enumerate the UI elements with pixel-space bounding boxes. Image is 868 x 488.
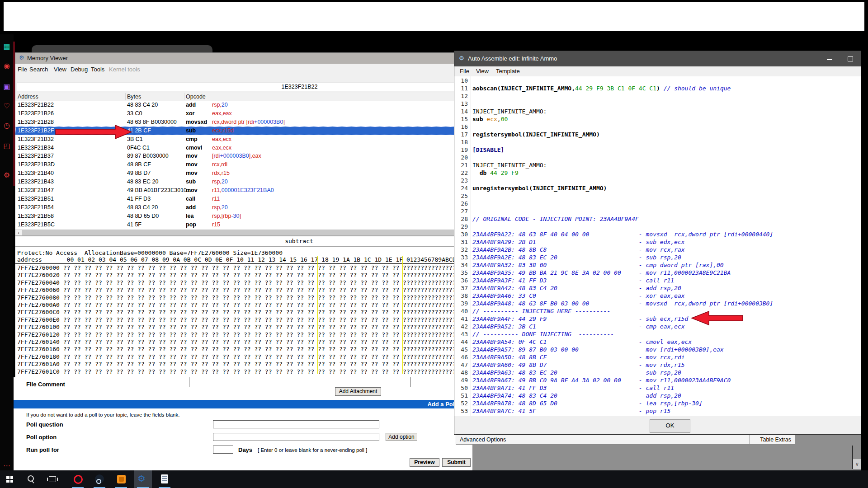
hex-row[interactable]: 7FF7E2760100 ?? ?? ?? ?? ?? ?? ?? ?? ?? … xyxy=(17,324,516,331)
col-opcode: Opcode xyxy=(186,94,206,100)
aa-line-number: 44 xyxy=(455,338,468,346)
aa-code-line: 23AA4BF9A67: 49 BB C0 9A BF A4 3A 02 00 … xyxy=(472,376,731,384)
record-icon[interactable]: ◉ xyxy=(0,61,14,71)
heart-icon[interactable]: ♡ xyxy=(0,101,14,111)
aa-code-line: 23AA4BF9A35: 49 BB BA 21 9C 8E 3A 02 00 … xyxy=(472,269,731,277)
windows-logo-icon xyxy=(6,476,13,483)
hex-row[interactable]: 7FF7E2760060 ?? ?? ?? ?? ?? ?? ?? ?? ?? … xyxy=(17,286,516,294)
hex-row[interactable]: 7FF7E2760080 ?? ?? ?? ?? ?? ?? ?? ?? ?? … xyxy=(17,294,516,301)
menu-item-template[interactable]: Template xyxy=(496,68,520,75)
hex-row[interactable]: 7FF7E27600E0 ?? ?? ?? ?? ?? ?? ?? ?? ?? … xyxy=(17,316,516,324)
aa-line-number: 35 xyxy=(455,269,468,277)
submit-button[interactable]: Submit xyxy=(442,458,471,467)
script-editor[interactable]: 1011121314151617181920212223242526272829… xyxy=(454,76,861,416)
taskbar-app-orange[interactable] xyxy=(112,470,130,488)
add-attachment-button[interactable]: Add Attachment xyxy=(335,387,381,396)
aa-line-number: 36 xyxy=(455,277,468,284)
aa-code-line: 23AA4BF9A57: 89 87 B0 03 00 00 - mov [rd… xyxy=(472,346,724,353)
menu-item-file[interactable]: File xyxy=(460,68,469,75)
hex-row[interactable]: 7FF7E2760140 ?? ?? ?? ?? ?? ?? ?? ?? ?? … xyxy=(17,338,516,346)
notepad-icon xyxy=(161,474,168,483)
menu-item-search[interactable]: Search xyxy=(29,66,48,73)
maximize-button[interactable] xyxy=(840,51,860,66)
aa-line-number: 53 xyxy=(455,407,468,415)
poll-question-label: Poll question xyxy=(26,421,63,428)
box-icon[interactable]: ◰ xyxy=(0,141,14,151)
menu-item-kernel-tools[interactable]: Kernel tools xyxy=(109,66,140,73)
run-poll-days-input[interactable] xyxy=(213,446,233,454)
aa-code-line: 23AA4BF9A5D: 48 8B CF - mov rcx,rdi xyxy=(472,353,685,361)
aa-line-number: 14 xyxy=(455,108,468,115)
steam-icon xyxy=(95,474,104,483)
days-hint-text: [ Enter 0 or leave blank for a never-end… xyxy=(258,447,367,453)
grid-icon[interactable]: ▦ xyxy=(0,42,14,52)
aa-line-number: 12 xyxy=(455,92,468,100)
hex-row[interactable]: 7FF7E2760000 ?? ?? ?? ?? ?? ?? ?? ?? ?? … xyxy=(17,264,516,272)
hex-row[interactable]: 7FF7E27600A0 ?? ?? ?? ?? ?? ?? ?? ?? ?? … xyxy=(17,301,516,309)
taskbar-app-opera[interactable] xyxy=(69,470,87,488)
menu-item-view[interactable]: View xyxy=(476,68,489,75)
aa-code-line: aobscan(INJECT_INFINITE_AMMO,44 29 F9 3B… xyxy=(472,84,731,92)
hex-row[interactable]: 7FF7E2760180 ?? ?? ?? ?? ?? ?? ?? ?? ?? … xyxy=(17,353,516,361)
aa-code-line: 23AA4BF9A4F: 44 29 F9 - sub ecx,r15d xyxy=(472,315,688,323)
aa-line-number: 43 xyxy=(455,330,468,338)
taskbar-app-notepad[interactable] xyxy=(156,470,174,488)
gear-icon[interactable]: ⚙ xyxy=(0,170,14,180)
menu-item-debug[interactable]: Debug xyxy=(71,66,88,73)
start-button[interactable] xyxy=(1,470,19,488)
poll-question-input[interactable] xyxy=(213,420,379,428)
aa-code-line: unregistersymbol(INJECT_INFINITE_AMMO) xyxy=(472,184,607,192)
advanced-options-panel[interactable]: Advanced Options xyxy=(460,436,506,443)
task-view-button[interactable] xyxy=(43,470,61,488)
more-icon[interactable]: ⋯ xyxy=(0,461,14,471)
window-title: Auto Assemble edit: Infinite Ammo xyxy=(468,55,557,62)
hex-row[interactable]: 7FF7E2760020 ?? ?? ?? ?? ?? ?? ?? ?? ?? … xyxy=(17,272,516,279)
aa-code-line: INJECT_INFINITE_AMMO: xyxy=(472,161,547,169)
taskbar-app-steam[interactable] xyxy=(90,470,108,488)
aa-code-line: 23AA4BF9A74: 48 83 C4 20 - add rsp,20 xyxy=(472,392,681,399)
menu-item-view[interactable]: View xyxy=(54,66,66,73)
table-extras-panel[interactable]: Table Extras xyxy=(760,436,791,443)
aa-code-line: 23AA4BF9A46: 33 C0 - xor eax,eax xyxy=(472,292,685,300)
col-bytes: Bytes xyxy=(127,94,141,100)
task-view-icon xyxy=(49,476,56,482)
scroll-down-icon[interactable]: ∨ xyxy=(853,459,861,469)
column-divider xyxy=(184,93,184,100)
search-button[interactable] xyxy=(22,470,40,488)
hex-row[interactable]: 7FF7E27600C0 ?? ?? ?? ?? ?? ?? ?? ?? ?? … xyxy=(17,309,516,316)
col-address: Address xyxy=(18,94,38,100)
aa-code-line: 23AA4BF9A54: 0F 4C C1 - cmovl eax,ecx xyxy=(472,338,692,346)
hex-row[interactable]: 7FF7E27601C0 ?? ?? ?? ?? ?? ?? ?? ?? ?? … xyxy=(17,368,516,375)
aa-line-number: 18 xyxy=(455,138,468,146)
scrollbar-thumb[interactable] xyxy=(22,230,525,235)
aa-code-line: 23AA4BF9A78: 48 8D 65 D0 - lea rsp,[rbp-… xyxy=(472,399,703,407)
poll-option-input[interactable] xyxy=(213,433,379,441)
hex-group-separator xyxy=(148,256,148,374)
chat-icon[interactable]: ▣ xyxy=(0,82,14,92)
scroll-left-arrow-icon[interactable]: ‹ xyxy=(15,230,22,236)
add-option-button[interactable]: Add option xyxy=(386,433,417,441)
aa-code-line: 23AA4BF9A2B: 48 8B C8 - mov rcx,rax xyxy=(472,246,685,253)
ok-button[interactable]: OK xyxy=(650,419,690,433)
clock-icon[interactable]: ◷ xyxy=(0,121,14,131)
hex-group-separator xyxy=(317,256,318,374)
auto-assemble-titlebar[interactable]: ⚙ Auto Assemble edit: Infinite Ammo xyxy=(454,51,861,66)
hex-row[interactable]: 7FF7E2760040 ?? ?? ?? ?? ?? ?? ?? ?? ?? … xyxy=(17,279,516,286)
taskbar-app-cheat-engine[interactable]: ⚙ xyxy=(134,470,152,488)
run-poll-for-label: Run poll for xyxy=(26,446,59,453)
window-frame-line xyxy=(852,446,853,469)
aa-line-number: 40 xyxy=(455,307,468,315)
top-banner xyxy=(4,2,864,31)
aa-line-number: 51 xyxy=(455,392,468,399)
hex-row[interactable]: 7FF7E2760120 ?? ?? ?? ?? ?? ?? ?? ?? ?? … xyxy=(17,331,516,338)
aa-line-number: 28 xyxy=(455,215,468,223)
hex-row[interactable]: 7FF7E2760160 ?? ?? ?? ?? ?? ?? ?? ?? ?? … xyxy=(17,346,516,353)
hex-group-separator xyxy=(402,256,403,374)
menu-item-tools[interactable]: Tools xyxy=(91,66,104,73)
hex-row[interactable]: 7FF7E27601A0 ?? ?? ?? ?? ?? ?? ?? ?? ?? … xyxy=(17,361,516,368)
aa-line-number: 25 xyxy=(455,192,468,200)
preview-button[interactable]: Preview xyxy=(410,458,439,467)
hex-column-header: address 00 01 02 03 04 05 06 07 08 09 0A… xyxy=(17,256,519,263)
menu-item-file[interactable]: File xyxy=(18,66,27,73)
minimize-button[interactable] xyxy=(820,51,840,66)
